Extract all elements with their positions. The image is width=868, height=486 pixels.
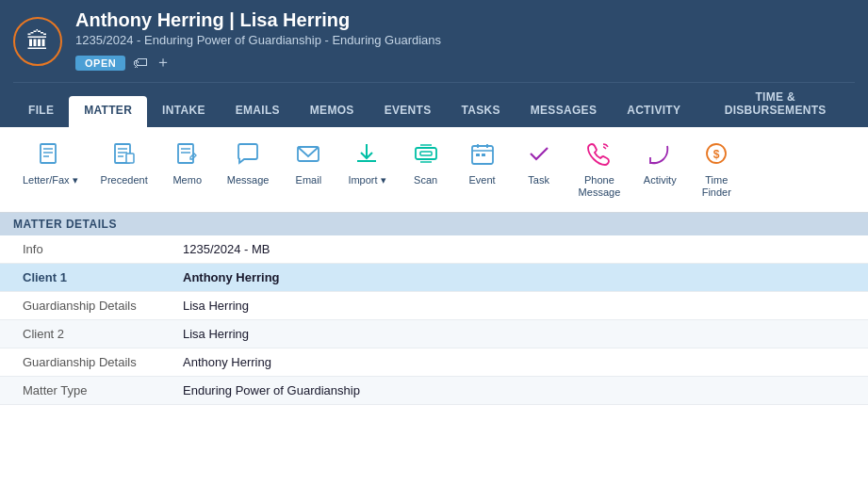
row-value: Anthony Herring	[170, 348, 868, 377]
table-row: Matter Type Enduring Power of Guardiansh…	[0, 377, 868, 405]
event-button[interactable]: Event	[456, 135, 509, 192]
import-icon	[353, 140, 380, 170]
scan-button[interactable]: Scan	[400, 135, 452, 192]
row-label: Guardianship Details	[0, 292, 170, 320]
table-row: Client 2 Lisa Herring	[0, 320, 868, 348]
event-label: Event	[469, 174, 496, 186]
table-row: Client 1 Anthony Herring	[0, 264, 868, 292]
row-label: Matter Type	[0, 377, 170, 405]
task-icon	[526, 140, 552, 170]
matter-subtitle: 1235/2024 - Enduring Power of Guardiansh…	[75, 33, 855, 47]
row-label: Client 1	[0, 264, 170, 292]
row-value: Enduring Power of Guardianship	[170, 377, 868, 405]
precedent-icon	[111, 140, 138, 170]
row-label: Info	[0, 235, 170, 264]
phone-message-label: PhoneMessage	[579, 174, 621, 199]
message-label: Message	[227, 174, 270, 186]
scan-label: Scan	[414, 174, 437, 186]
tab-memos[interactable]: MEMOS	[295, 96, 369, 127]
svg-rect-0	[41, 144, 56, 163]
table-row: Guardianship Details Anthony Herring	[0, 348, 868, 377]
svg-text:$: $	[713, 148, 720, 161]
event-icon	[469, 140, 496, 170]
tab-events[interactable]: EVENTS	[369, 96, 447, 127]
email-icon	[295, 140, 321, 170]
tab-matter[interactable]: MATTER	[69, 96, 147, 127]
memo-icon	[174, 140, 201, 170]
tab-activity[interactable]: ACTIVITY	[612, 96, 696, 127]
letter-fax-icon	[37, 140, 63, 170]
svg-rect-24	[482, 154, 485, 156]
time-finder-button[interactable]: $ TimeFinder	[690, 135, 743, 204]
status-badge: OPEN	[75, 56, 125, 71]
tab-emails[interactable]: EMAILS	[221, 96, 295, 127]
nav-tabs: FILE MATTER INTAKE EMAILS MEMOS EVENTS T…	[13, 82, 855, 127]
email-button[interactable]: Email	[282, 135, 335, 192]
activity-button[interactable]: Activity	[633, 135, 686, 192]
tab-intake[interactable]: INTAKE	[147, 96, 221, 127]
time-finder-label: TimeFinder	[702, 174, 731, 199]
table-row: Guardianship Details Lisa Herring	[0, 292, 868, 320]
email-label: Email	[296, 174, 322, 186]
toolbar: Letter/Fax ▾ Precedent Memo	[0, 127, 868, 213]
header-info: Anthony Herring | Lisa Herring 1235/2024…	[75, 9, 855, 73]
row-value: 1235/2024 - MB	[170, 235, 868, 264]
phone-message-button[interactable]: PhoneMessage	[569, 135, 631, 204]
row-value: Lisa Herring	[170, 320, 868, 348]
message-button[interactable]: Message	[218, 135, 279, 192]
import-label: Import ▾	[348, 174, 385, 186]
svg-rect-9	[178, 144, 193, 163]
tab-time-disbursements[interactable]: TIME & DISBURSEMENTS	[696, 83, 855, 127]
tab-file[interactable]: FILE	[13, 96, 69, 127]
app-header: 🏛 Anthony Herring | Lisa Herring 1235/20…	[0, 0, 868, 127]
svg-rect-8	[126, 154, 134, 163]
add-icon[interactable]: ＋	[156, 53, 171, 73]
svg-rect-15	[416, 148, 436, 159]
header-actions: OPEN 🏷 ＋	[75, 53, 855, 73]
row-value: Anthony Herring	[170, 264, 868, 292]
import-button[interactable]: Import ▾	[338, 135, 395, 192]
message-icon	[235, 140, 261, 170]
task-label: Task	[528, 174, 549, 186]
row-label: Client 2	[0, 320, 170, 348]
letter-fax-button[interactable]: Letter/Fax ▾	[13, 135, 88, 192]
matter-details-table: Info 1235/2024 - MB Client 1 Anthony Her…	[0, 235, 868, 405]
activity-icon	[647, 140, 673, 170]
scan-icon	[413, 140, 439, 170]
avatar-icon: 🏛	[26, 28, 49, 55]
svg-rect-16	[420, 152, 432, 155]
time-finder-icon: $	[703, 140, 729, 170]
content-area: MATTER DETAILS Info 1235/2024 - MB Clien…	[0, 213, 868, 405]
precedent-button[interactable]: Precedent	[91, 135, 157, 192]
avatar: 🏛	[13, 17, 62, 66]
section-header: MATTER DETAILS	[0, 213, 868, 235]
client-name: Anthony Herring | Lisa Herring	[75, 9, 855, 31]
table-row: Info 1235/2024 - MB	[0, 235, 868, 264]
letter-fax-label: Letter/Fax ▾	[23, 174, 78, 186]
tab-messages[interactable]: MESSAGES	[516, 96, 612, 127]
tag-icon[interactable]: 🏷	[133, 55, 148, 72]
activity-label: Activity	[644, 174, 677, 186]
precedent-label: Precedent	[101, 174, 148, 186]
row-label: Guardianship Details	[0, 348, 170, 377]
svg-rect-23	[476, 154, 480, 156]
memo-button[interactable]: Memo	[161, 135, 214, 192]
phone-message-icon	[586, 140, 613, 170]
tab-tasks[interactable]: TASKS	[446, 96, 515, 127]
task-button[interactable]: Task	[513, 135, 565, 192]
row-value: Lisa Herring	[170, 292, 868, 320]
memo-label: Memo	[172, 174, 202, 186]
